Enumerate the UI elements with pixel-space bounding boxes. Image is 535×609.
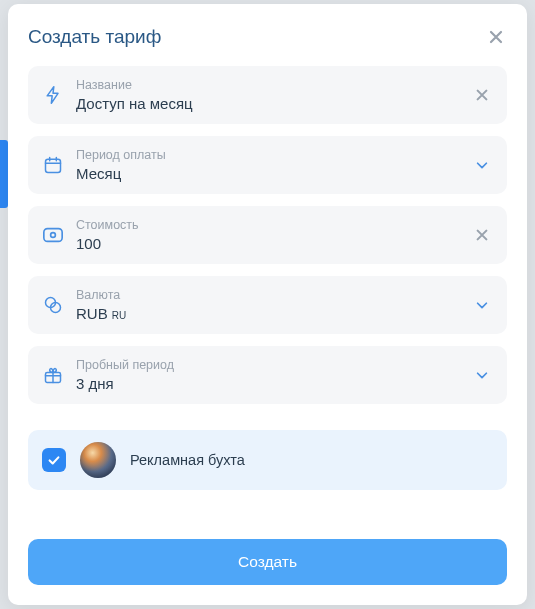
field-price-body: Стоимость 100 bbox=[76, 218, 459, 252]
calendar-icon bbox=[42, 154, 64, 176]
period-dropdown-toggle[interactable] bbox=[471, 154, 493, 176]
field-price-label: Стоимость bbox=[76, 218, 459, 233]
create-tariff-modal: Создать тариф Название Доступ на месяц bbox=[8, 4, 527, 605]
clear-name-button[interactable] bbox=[471, 84, 493, 106]
close-button[interactable] bbox=[485, 26, 507, 48]
currency-icon bbox=[42, 294, 64, 316]
submit-row: Создать bbox=[28, 539, 507, 585]
gift-icon bbox=[42, 364, 64, 386]
chevron-down-icon bbox=[475, 158, 489, 172]
field-period[interactable]: Период оплаты Месяц bbox=[28, 136, 507, 194]
field-price[interactable]: Стоимость 100 bbox=[28, 206, 507, 264]
channel-row[interactable]: Рекламная бухта bbox=[28, 430, 507, 490]
field-currency-label: Валюта bbox=[76, 288, 459, 303]
field-name-label: Название bbox=[76, 78, 459, 93]
close-icon bbox=[475, 88, 489, 102]
channel-name: Рекламная бухта bbox=[130, 452, 245, 468]
fields-container: Название Доступ на месяц Период оплаты М… bbox=[28, 66, 507, 521]
field-trial-body: Пробный период 3 дня bbox=[76, 358, 459, 392]
submit-button[interactable]: Создать bbox=[28, 539, 507, 585]
field-currency-body: Валюта RUB RU bbox=[76, 288, 459, 322]
field-trial[interactable]: Пробный период 3 дня bbox=[28, 346, 507, 404]
field-currency-value: RUB RU bbox=[76, 305, 459, 322]
chevron-down-icon bbox=[475, 368, 489, 382]
left-accent-strip bbox=[0, 140, 8, 208]
field-period-label: Период оплаты bbox=[76, 148, 459, 163]
field-currency[interactable]: Валюта RUB RU bbox=[28, 276, 507, 334]
currency-dropdown-toggle[interactable] bbox=[471, 294, 493, 316]
currency-code: RUB bbox=[76, 305, 108, 322]
clear-price-button[interactable] bbox=[471, 224, 493, 246]
field-trial-value: 3 дня bbox=[76, 375, 459, 392]
channel-checkbox[interactable] bbox=[42, 448, 66, 472]
close-icon bbox=[475, 228, 489, 242]
currency-suffix: RU bbox=[112, 310, 126, 321]
field-period-value: Месяц bbox=[76, 165, 459, 182]
modal-header: Создать тариф bbox=[28, 26, 507, 48]
modal-title: Создать тариф bbox=[28, 26, 161, 48]
svg-point-2 bbox=[51, 233, 56, 238]
check-icon bbox=[47, 453, 61, 467]
field-name-body: Название Доступ на месяц bbox=[76, 78, 459, 112]
modal-backdrop: Создать тариф Название Доступ на месяц bbox=[0, 0, 535, 609]
field-trial-label: Пробный период bbox=[76, 358, 459, 373]
svg-rect-1 bbox=[44, 229, 62, 242]
field-name-value: Доступ на месяц bbox=[76, 95, 459, 112]
trial-dropdown-toggle[interactable] bbox=[471, 364, 493, 386]
money-icon bbox=[42, 224, 64, 246]
field-period-body: Период оплаты Месяц bbox=[76, 148, 459, 182]
lightning-icon bbox=[42, 84, 64, 106]
svg-rect-0 bbox=[46, 159, 61, 172]
field-price-value: 100 bbox=[76, 235, 459, 252]
channel-avatar bbox=[80, 442, 116, 478]
field-name[interactable]: Название Доступ на месяц bbox=[28, 66, 507, 124]
close-icon bbox=[488, 29, 504, 45]
chevron-down-icon bbox=[475, 298, 489, 312]
